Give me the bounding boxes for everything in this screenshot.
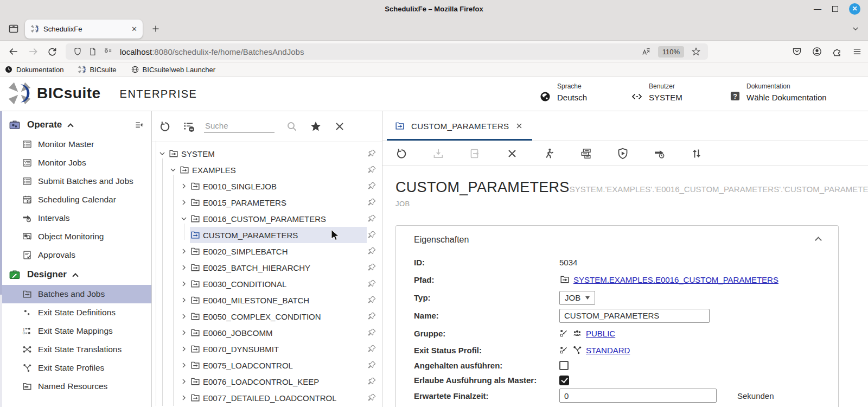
pin-icon[interactable] <box>367 393 376 403</box>
type-select[interactable]: JOB <box>559 291 595 305</box>
sidebar-item-object-monitoring[interactable]: Object Monitoring <box>0 227 151 246</box>
chevron-icon[interactable] <box>179 360 189 370</box>
group-link[interactable]: PUBLIC <box>586 329 615 338</box>
chevron-icon[interactable] <box>179 181 189 191</box>
sidebar-item-exit-state-definitions[interactable]: Exit State Definitions <box>0 303 151 322</box>
user-control[interactable]: BenutzerSYSTEM <box>630 82 682 103</box>
extensions-button[interactable] <box>832 46 843 57</box>
close-button[interactable] <box>506 147 519 160</box>
chevron-icon[interactable] <box>179 393 189 403</box>
tree-item-e0016_custom_parameters[interactable]: E0016_CUSTOM_PARAMETERS <box>152 211 382 227</box>
forward-button[interactable] <box>27 46 39 58</box>
maximize-button[interactable] <box>832 6 838 12</box>
tree-item-e0040_milestone_batch[interactable]: E0040_MILESTONE_BATCH <box>152 292 382 308</box>
pin-icon[interactable] <box>367 198 376 207</box>
tree-filter-button[interactable] <box>182 120 195 133</box>
pin-icon[interactable] <box>367 295 376 305</box>
sidebar-item-exit-state-mappings[interactable]: Exit State Mappings <box>0 322 151 340</box>
sidebar-item-batches-and-jobs[interactable]: Batches and Jobs <box>0 285 151 303</box>
pin-icon[interactable] <box>367 279 376 289</box>
tree-item-examples[interactable]: EXAMPLES <box>152 162 382 178</box>
minimize-button[interactable]: — <box>814 5 821 12</box>
select-picker-icon[interactable] <box>559 346 569 355</box>
tree-item-e0050_complex_condition[interactable]: E0050_COMPLEX_CONDITION <box>152 308 382 325</box>
run-button[interactable] <box>542 147 556 160</box>
collapse-sidebar-button[interactable] <box>134 120 145 131</box>
pin-icon[interactable] <box>367 149 376 158</box>
pin-icon[interactable] <box>367 311 376 321</box>
chevron-icon[interactable] <box>157 149 167 158</box>
tree-item-e0010_singlejob[interactable]: E0010_SINGLEJOB <box>152 178 382 194</box>
pin-icon[interactable] <box>367 181 376 191</box>
sidebar-item-approvals[interactable]: Approvals <box>0 246 151 264</box>
search-button[interactable] <box>285 120 298 133</box>
chevron-icon[interactable] <box>179 279 189 289</box>
chevron-icon[interactable] <box>179 263 189 272</box>
pin-icon[interactable] <box>367 246 376 256</box>
tree-item-e0060_jobcomm[interactable]: E0060_JOBCOMM <box>152 325 382 341</box>
reload-button[interactable] <box>47 46 58 57</box>
clone-button[interactable] <box>469 147 482 160</box>
pin-icon[interactable] <box>367 360 376 370</box>
sidebar-section-designer[interactable]: Designer <box>0 264 151 285</box>
exit-status-profile-link[interactable]: STANDARD <box>586 346 630 355</box>
firefox-view-button[interactable] <box>5 21 22 37</box>
tree-item-e0076_loadcontrol_keep[interactable]: E0076_LOADCONTROL_KEEP <box>152 373 382 390</box>
favorites-button[interactable] <box>309 120 322 133</box>
sidebar-item-intervals[interactable]: Intervals <box>0 209 151 227</box>
documentation-control[interactable]: DokumentationWähle Dokumentation <box>729 82 827 102</box>
list-all-tabs-button[interactable] <box>851 24 860 34</box>
pin-icon[interactable] <box>367 328 376 338</box>
tree-item-e0020_simplebatch[interactable]: E0020_SIMPLEBATCH <box>152 243 382 259</box>
page-info-icon[interactable] <box>88 47 98 56</box>
pin-icon[interactable] <box>367 230 376 240</box>
tree-item-e0070_dynsubmit[interactable]: E0070_DYNSUBMIT <box>152 341 382 357</box>
sort-button[interactable] <box>690 147 703 160</box>
schedule-button[interactable] <box>653 147 666 160</box>
submit-button[interactable] <box>579 147 592 160</box>
chevron-icon[interactable] <box>179 295 189 305</box>
zoom-level-badge[interactable]: 110% <box>658 46 684 58</box>
close-tab-button[interactable]: ✕ <box>131 25 137 33</box>
sidebar-item-exit-state-translations[interactable]: Exit State Translations <box>0 340 151 359</box>
refresh-button[interactable] <box>395 147 408 160</box>
back-button[interactable] <box>8 46 20 58</box>
monitor-button[interactable] <box>616 147 629 160</box>
chevron-icon[interactable] <box>179 344 189 354</box>
tree-item-e0025_batch_hierarchy[interactable]: E0025_BATCH_HIERARCHY <box>152 259 382 276</box>
url-bar[interactable]: localhost:8080/schedulix-fe/home/Batches… <box>66 43 708 60</box>
new-tab-button[interactable] <box>150 23 161 34</box>
chevron-icon[interactable] <box>179 328 189 338</box>
pin-icon[interactable] <box>367 377 376 386</box>
sidebar-item-named-resources[interactable]: Named Resources <box>0 377 151 396</box>
close-window-button[interactable]: ✕ <box>849 3 860 15</box>
suspended-checkbox[interactable] <box>559 361 569 370</box>
account-button[interactable] <box>812 46 822 57</box>
pin-icon[interactable] <box>367 344 376 354</box>
final-time-input[interactable] <box>559 389 717 403</box>
pin-icon[interactable] <box>367 214 376 224</box>
bookmark-item[interactable]: BICsuite!web Launcher <box>131 65 215 74</box>
tree-item-e0077_detailed_loadcontrol[interactable]: E0077_DETAILED_LOADCONTROL <box>152 390 382 406</box>
language-control[interactable]: SpracheDeutsch <box>539 82 587 103</box>
tree-refresh-button[interactable] <box>158 120 171 133</box>
select-picker-icon[interactable] <box>559 329 569 338</box>
tree-item-e0075_loadcontrol[interactable]: E0075_LOADCONTROL <box>152 357 382 373</box>
pin-icon[interactable] <box>367 165 376 175</box>
permissions-icon[interactable] <box>103 47 113 56</box>
sidebar-scrollbar[interactable] <box>0 111 2 407</box>
menu-button[interactable] <box>852 46 863 57</box>
chevron-icon[interactable] <box>179 198 189 207</box>
shield-icon[interactable] <box>73 47 82 56</box>
tree-item-e0030_conditional[interactable]: E0030_CONDITIONAL <box>152 276 382 292</box>
master-checkbox[interactable] <box>559 376 569 385</box>
tree-item-e0015_parameters[interactable]: E0015_PARAMETERS <box>152 194 382 211</box>
sidebar-item-scheduling-calendar[interactable]: Scheduling Calendar <box>0 190 151 209</box>
bookmark-item[interactable]: Dokumentation <box>4 65 63 74</box>
translate-icon[interactable] <box>641 47 651 56</box>
detail-tab[interactable]: CUSTOM_PARAMETERS <box>394 120 524 131</box>
chevron-icon[interactable] <box>179 246 189 256</box>
sidebar-item-monitor-master[interactable]: Monitor Master <box>0 135 151 154</box>
sidebar-item-monitor-jobs[interactable]: Monitor Jobs <box>0 154 151 172</box>
chevron-icon[interactable] <box>179 377 189 386</box>
